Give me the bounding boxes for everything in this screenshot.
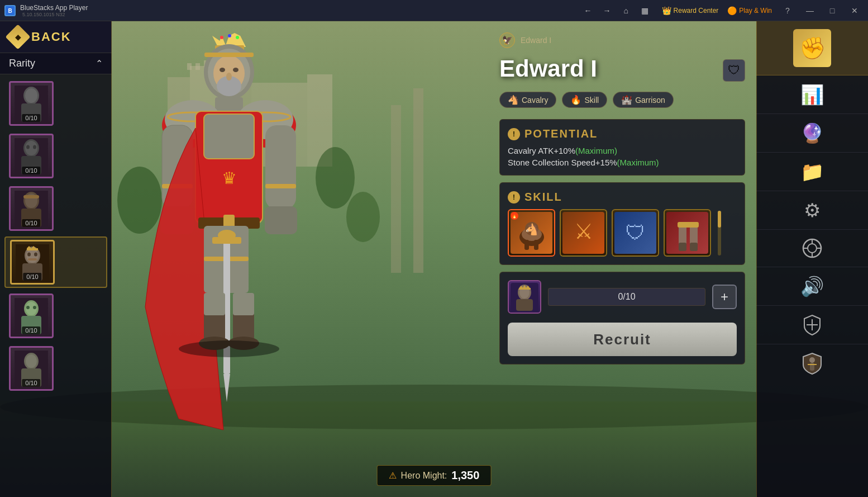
hero-item-3[interactable]: 0/10 bbox=[4, 184, 107, 233]
hero-portrait-5: 0/10 bbox=[9, 294, 54, 338]
help-btn[interactable]: ? bbox=[781, 4, 794, 17]
hero-item-2[interactable]: 0/10 bbox=[4, 131, 107, 181]
svg-point-12 bbox=[117, 167, 162, 234]
recruit-progress-row: 0/10 + bbox=[508, 280, 737, 314]
tag-cavalry: 🐴 Cavalry bbox=[499, 92, 556, 108]
hero-icon-small: 🦅 bbox=[499, 32, 515, 48]
right-separator bbox=[756, 21, 757, 497]
play-win-btn[interactable]: 🟠 Play & Win bbox=[727, 6, 772, 15]
combat-icon-bg: ✊ bbox=[793, 29, 831, 67]
add-fragments-btn[interactable]: + bbox=[712, 285, 737, 309]
svg-point-104 bbox=[26, 354, 37, 368]
hero-portrait-border-4: 0/10 bbox=[10, 240, 55, 285]
hero-subtitle: Edward I bbox=[521, 36, 551, 45]
svg-rect-120 bbox=[690, 243, 698, 251]
svg-rect-109 bbox=[524, 240, 529, 250]
close-btn[interactable]: ✕ bbox=[848, 4, 861, 17]
reward-center-btn[interactable]: 👑 Reward Center bbox=[662, 6, 719, 15]
skill-slot-3[interactable]: 🛡 bbox=[612, 209, 659, 257]
volume-icon: 🔊 bbox=[800, 275, 824, 297]
skill-slot-1[interactable]: 🔥 🐴 bbox=[508, 209, 555, 257]
svg-rect-94 bbox=[28, 258, 37, 261]
hero-count-4: 0/10 bbox=[23, 273, 41, 281]
hero-count-5: 0/10 bbox=[22, 326, 40, 334]
svg-rect-118 bbox=[679, 243, 686, 251]
maximize-btn[interactable]: □ bbox=[826, 4, 839, 17]
might-value: 1,350 bbox=[451, 469, 479, 482]
sidebar-item-settings[interactable]: ⚙ bbox=[756, 191, 868, 230]
potential-line-1: Cavalry ATK+10%(Maximum) bbox=[508, 146, 737, 155]
hero-count-3: 0/10 bbox=[22, 219, 40, 227]
skill-section: ! SKILL 🔥 bbox=[499, 182, 745, 265]
svg-point-13 bbox=[316, 147, 355, 209]
svg-point-14 bbox=[346, 192, 380, 242]
sidebar-item-stats[interactable]: 📊 bbox=[756, 75, 868, 114]
svg-rect-4 bbox=[190, 66, 223, 144]
svg-point-80 bbox=[26, 145, 30, 149]
fire-dot: 🔥 bbox=[511, 212, 518, 220]
hero-item-1[interactable]: 0/10 bbox=[4, 79, 107, 128]
left-sidebar: ◆ BACK Rarity ⌃ 0/10 bbox=[0, 21, 112, 497]
app-version: 5.10.150.1015 N32 bbox=[22, 12, 88, 17]
hero-tags: 🐴 Cavalry 🔥 Skill 🏰 Garrison bbox=[499, 92, 745, 108]
title-bar-title: BlueStacks App Player 5.10.150.1015 N32 bbox=[20, 4, 88, 17]
game-area: ♛ ♛ bbox=[0, 21, 868, 497]
nav-buttons: ← → ⌂ ▦ bbox=[580, 3, 653, 18]
back-diamond-icon: ◆ bbox=[5, 24, 30, 49]
chevron-up-icon: ⌃ bbox=[96, 58, 103, 69]
potential-max-1: (Maximum) bbox=[575, 146, 617, 155]
minimize-btn[interactable]: — bbox=[803, 4, 817, 17]
sidebar-item-crosshair[interactable] bbox=[756, 230, 868, 267]
title-bar: B BlueStacks App Player 5.10.150.1015 N3… bbox=[0, 0, 868, 21]
sidebar-item-combat[interactable]: ✊ bbox=[756, 21, 868, 75]
back-button[interactable]: ◆ BACK bbox=[0, 21, 112, 53]
hero-portrait-3: 0/10 bbox=[9, 186, 54, 231]
forward-nav-btn[interactable]: → bbox=[599, 3, 615, 18]
sidebar-item-crossbow[interactable] bbox=[756, 306, 868, 344]
recruit-label: Recruit bbox=[593, 331, 651, 348]
skill-slot-2[interactable]: ⚔ bbox=[560, 209, 607, 257]
progress-section: 0/10 bbox=[548, 288, 705, 306]
recruit-section: 0/10 + Recruit bbox=[499, 272, 745, 365]
title-bar-left: B BlueStacks App Player 5.10.150.1015 N3… bbox=[0, 4, 88, 17]
title-bar-right: ← → ⌂ ▦ 👑 Reward Center 🟠 Play & Win ? —… bbox=[580, 3, 868, 18]
app-icon: B bbox=[4, 5, 16, 16]
hero-count-6: 0/10 bbox=[22, 379, 40, 387]
cavalry-label: Cavalry bbox=[522, 96, 548, 105]
back-nav-btn[interactable]: ← bbox=[580, 3, 596, 18]
might-label: Hero Might: bbox=[401, 471, 447, 481]
svg-point-128 bbox=[808, 244, 817, 253]
left-separator bbox=[111, 21, 112, 497]
stats-icon: 📊 bbox=[800, 83, 824, 106]
hero-item-4[interactable]: 0/10 bbox=[4, 236, 107, 288]
rarity-filter[interactable]: Rarity ⌃ bbox=[0, 53, 112, 74]
svg-rect-86 bbox=[23, 195, 39, 198]
hero-count-1: 0/10 bbox=[22, 114, 40, 122]
skill-slot-4[interactable] bbox=[664, 209, 711, 257]
potential-line-2: Stone Collection Speed+15%(Maximum) bbox=[508, 158, 737, 167]
potential-max-2: (Maximum) bbox=[617, 158, 659, 167]
sidebar-item-magic[interactable]: 🔮 bbox=[756, 114, 868, 153]
recruit-button[interactable]: Recruit bbox=[508, 323, 737, 356]
sidebar-item-shield[interactable] bbox=[756, 344, 868, 382]
tag-garrison: 🏰 Garrison bbox=[613, 92, 674, 108]
svg-point-92 bbox=[27, 252, 31, 256]
svg-rect-124 bbox=[516, 299, 533, 311]
svg-rect-16 bbox=[413, 88, 423, 273]
sidebar-item-folder[interactable]: 📁 bbox=[756, 153, 868, 191]
sidebar-item-volume[interactable]: 🔊 bbox=[756, 267, 868, 306]
svg-rect-15 bbox=[391, 105, 401, 273]
hero-item-5[interactable]: 0/10 bbox=[4, 291, 107, 340]
home-nav-btn[interactable]: ⌂ bbox=[618, 3, 634, 18]
skill-scroll[interactable] bbox=[718, 211, 721, 255]
potential-title: POTENTIAL bbox=[524, 127, 598, 140]
skill-icon: 🔥 bbox=[570, 94, 581, 105]
svg-text:🛡: 🛡 bbox=[626, 221, 646, 244]
svg-text:⚔: ⚔ bbox=[574, 220, 593, 243]
hero-portrait-border-3: 0/10 bbox=[9, 186, 54, 231]
app-name: BlueStacks App Player bbox=[20, 4, 88, 12]
screenshot-nav-btn[interactable]: ▦ bbox=[637, 3, 653, 18]
hero-item-6[interactable]: 0/10 bbox=[4, 344, 107, 393]
cavalry-icon: 🐴 bbox=[508, 94, 519, 105]
hero-portrait-1: 0/10 bbox=[9, 81, 54, 126]
